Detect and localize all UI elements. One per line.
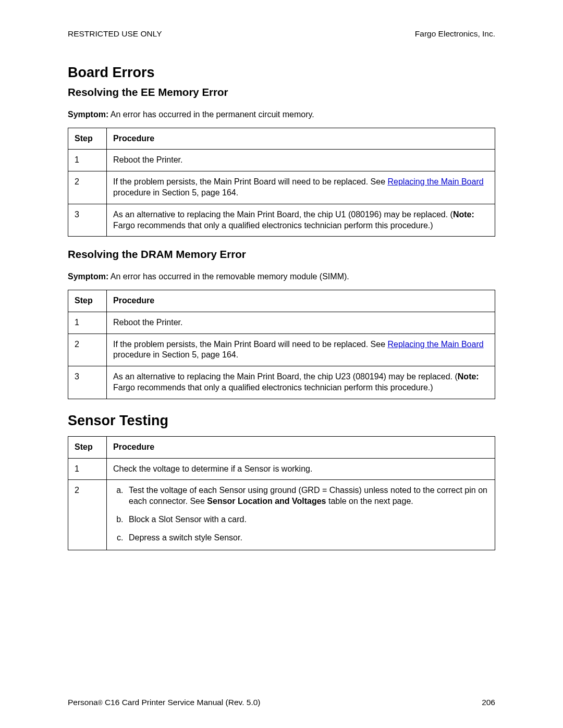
col-step: Step [68,436,107,458]
procedure-cell: If the problem persists, the Main Print … [107,334,495,366]
footer-left: Persona® C16 Card Printer Service Manual… [68,698,261,707]
link-replacing-main-board[interactable]: Replacing the Main Board [388,177,484,186]
text-segment: If the problem persists, the Main Print … [113,177,388,186]
bold-text: Sensor Location and Voltages [207,497,326,505]
link-replacing-main-board[interactable]: Replacing the Main Board [388,340,484,349]
step-cell: 1 [68,150,107,171]
step-cell: 2 [68,171,107,204]
note-label: Note: [453,210,474,219]
col-step: Step [68,290,107,312]
col-procedure: Procedure [107,436,495,458]
heading-sensor-testing: Sensor Testing [68,413,495,429]
footer-text-post: C16 Card Printer Service Manual (Rev. 5.… [103,698,261,707]
col-step: Step [68,128,107,150]
text-segment: Fargo recommends that only a qualified e… [113,221,433,230]
lettered-list: Test the voltage of each Sensor using gr… [113,485,489,543]
step-cell: 2 [68,334,107,366]
text-segment: As an alternative to replacing the Main … [113,372,458,381]
text-segment: table on the next page. [326,497,413,505]
text-segment: If the problem persists, the Main Print … [113,340,388,349]
table-row: 2 If the problem persists, the Main Prin… [68,334,495,366]
table-row: 3 As an alternative to replacing the Mai… [68,204,495,237]
step-cell: 1 [68,458,107,480]
header-left: RESTRICTED USE ONLY [68,29,162,39]
table-row: 1 Reboot the Printer. [68,312,495,334]
col-procedure: Procedure [107,128,495,150]
step-cell: 3 [68,204,107,237]
table-sensor-testing: Step Procedure 1 Check the voltage to de… [68,436,495,550]
symptom-dram: Symptom: An error has occurred in the re… [68,271,495,282]
table-header-row: Step Procedure [68,436,495,458]
heading-ee-memory-error: Resolving the EE Memory Error [68,86,495,98]
table-row: 2 Test the voltage of each Sensor using … [68,480,495,550]
procedure-cell: If the problem persists, the Main Print … [107,171,495,204]
symptom-text: An error has occurred in the permanent c… [108,110,314,119]
header-right: Fargo Electronics, Inc. [415,29,495,39]
table-row: 1 Check the voltage to determine if a Se… [68,458,495,480]
page-header: RESTRICTED USE ONLY Fargo Electronics, I… [68,29,495,39]
heading-dram-memory-error: Resolving the DRAM Memory Error [68,248,495,261]
step-cell: 3 [68,366,107,399]
procedure-cell: As an alternative to replacing the Main … [107,366,495,399]
procedure-cell: As an alternative to replacing the Main … [107,204,495,237]
procedure-cell: Test the voltage of each Sensor using gr… [107,480,495,550]
procedure-cell: Reboot the Printer. [107,150,495,171]
table-header-row: Step Procedure [68,290,495,312]
text-segment: Fargo recommends that only a qualified e… [113,383,433,392]
procedure-cell: Check the voltage to determine if a Sens… [107,458,495,480]
procedure-cell: Reboot the Printer. [107,312,495,334]
note-label: Note: [458,372,479,381]
symptom-label: Symptom: [68,272,108,281]
list-item: Block a Slot Sensor with a card. [126,514,489,525]
heading-board-errors: Board Errors [68,65,495,81]
table-row: 1 Reboot the Printer. [68,150,495,171]
step-cell: 2 [68,480,107,550]
list-item: Depress a switch style Sensor. [126,533,489,544]
page-number: 206 [482,698,495,707]
text-segment: procedure in Section 5, page 164. [113,188,238,197]
table-row: 2 If the problem persists, the Main Prin… [68,171,495,204]
step-cell: 1 [68,312,107,334]
table-header-row: Step Procedure [68,128,495,150]
table-row: 3 As an alternative to replacing the Mai… [68,366,495,399]
symptom-ee: Symptom: An error has occurred in the pe… [68,109,495,120]
registered-icon: ® [98,699,103,707]
table-dram-memory: Step Procedure 1 Reboot the Printer. 2 I… [68,290,495,399]
table-ee-memory: Step Procedure 1 Reboot the Printer. 2 I… [68,128,495,237]
footer-text-pre: Persona [68,698,98,707]
col-procedure: Procedure [107,290,495,312]
text-segment: procedure in Section 5, page 164. [113,350,238,359]
list-item: Test the voltage of each Sensor using gr… [126,485,489,507]
page-footer: Persona® C16 Card Printer Service Manual… [68,698,495,707]
text-segment: As an alternative to replacing the Main … [113,210,453,219]
symptom-text: An error has occurred in the removable m… [108,272,349,281]
symptom-label: Symptom: [68,110,108,119]
